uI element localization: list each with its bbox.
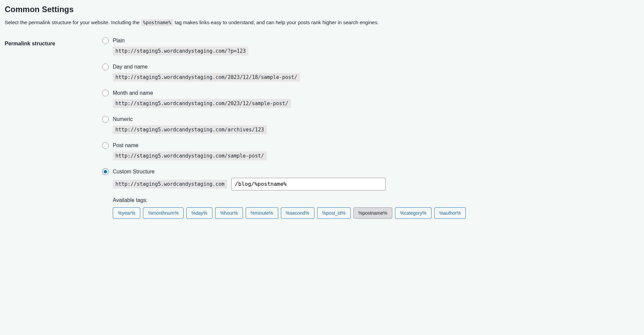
label-month-name[interactable]: Month and name (113, 90, 153, 96)
url-custom-base: http://staging5.wordcandystaging.com (113, 180, 227, 189)
label-numeric[interactable]: Numeric (113, 116, 133, 122)
radio-day-name[interactable] (102, 64, 109, 70)
permalink-structure-label: Permalink structure (5, 37, 102, 227)
tag-category[interactable]: %category% (395, 207, 432, 219)
url-day-name: http://staging5.wordcandystaging.com/202… (113, 73, 300, 82)
label-custom[interactable]: Custom Structure (113, 169, 154, 175)
radio-post-name[interactable] (102, 142, 109, 149)
radio-custom[interactable] (102, 168, 109, 175)
option-plain: Plain http://staging5.wordcandystaging.c… (102, 37, 639, 55)
available-tags-label: Available tags: (113, 197, 639, 203)
tag-monthnum[interactable]: %monthnum% (143, 207, 184, 219)
tag-day[interactable]: %day% (186, 207, 212, 219)
radio-month-name[interactable] (102, 90, 109, 96)
option-day-name: Day and name http://staging5.wordcandyst… (102, 64, 639, 82)
option-custom: Custom Structure http://staging5.wordcan… (102, 168, 639, 219)
url-numeric: http://staging5.wordcandystaging.com/arc… (113, 125, 267, 134)
tags-container: %year% %monthnum% %day% %hour% %minute% … (113, 207, 492, 219)
tag-year[interactable]: %year% (113, 207, 140, 219)
tag-author[interactable]: %author% (434, 207, 466, 219)
description-code: %postname% (141, 19, 173, 26)
option-post-name: Post name http://staging5.wordcandystagi… (102, 142, 639, 160)
url-month-name: http://staging5.wordcandystaging.com/202… (113, 99, 291, 108)
description-text-before: Select the permalink structure for your … (5, 19, 141, 25)
url-post-name: http://staging5.wordcandystaging.com/sam… (113, 152, 267, 160)
option-month-name: Month and name http://staging5.wordcandy… (102, 90, 639, 108)
description-text-after: tag makes links easy to understand, and … (173, 19, 379, 25)
tag-hour[interactable]: %hour% (215, 207, 243, 219)
section-description: Select the permalink structure for your … (5, 19, 639, 27)
radio-numeric[interactable] (102, 116, 109, 123)
url-plain: http://staging5.wordcandystaging.com/?p=… (113, 47, 248, 55)
radio-plain[interactable] (102, 37, 109, 44)
custom-structure-input[interactable] (231, 178, 386, 191)
section-heading: Common Settings (5, 5, 639, 14)
label-plain[interactable]: Plain (113, 38, 125, 44)
tag-minute[interactable]: %minute% (246, 207, 278, 219)
tag-second[interactable]: %second% (281, 207, 314, 219)
label-post-name[interactable]: Post name (113, 142, 138, 149)
option-numeric: Numeric http://staging5.wordcandystaging… (102, 116, 639, 134)
label-day-name[interactable]: Day and name (113, 64, 148, 70)
tag-postname[interactable]: %postname% (353, 207, 392, 219)
tag-post-id[interactable]: %post_id% (317, 207, 351, 219)
